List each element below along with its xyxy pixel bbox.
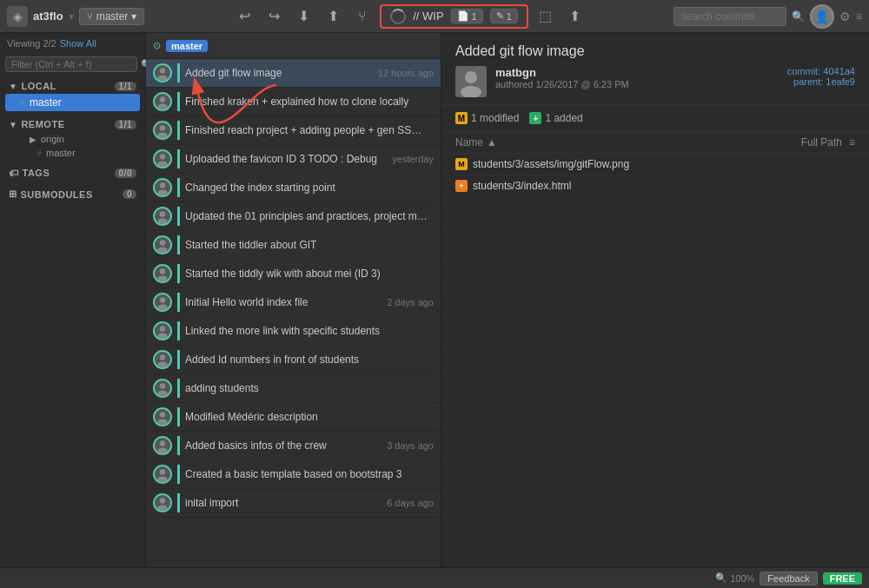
show-all-link[interactable]: Show All xyxy=(60,38,96,49)
remote-section-header[interactable]: ▼ REMOTE 1/1 xyxy=(5,116,140,132)
commit-item-15[interactable]: Created a basic template based on bootst… xyxy=(146,460,441,489)
wip-area[interactable]: // WIP 📄 1 ✎ 1 xyxy=(380,4,528,29)
wip-badge-files: 📄 1 xyxy=(451,9,483,23)
file-icon: 📄 xyxy=(457,10,469,22)
sidebar-viewing: Viewing 2/2 Show All xyxy=(0,33,145,54)
meta-commit-hashes: commit: 4041a4 parent: 1eafe9 xyxy=(787,66,855,87)
app-icon[interactable]: ◈ xyxy=(7,6,28,27)
pull-button[interactable]: ⬇ xyxy=(291,4,315,29)
parent-hash: 1eafe9 xyxy=(826,76,855,87)
detail-title: Added git flow image xyxy=(455,43,855,59)
graph-line-13 xyxy=(177,407,180,426)
commit-avatar-10 xyxy=(153,321,172,340)
commit-avatar-8 xyxy=(153,264,172,283)
commit-time-14: 3 days ago xyxy=(387,440,434,451)
submodules-badge: 0 xyxy=(123,189,136,199)
commit-label: commit: xyxy=(787,66,821,76)
svg-point-1 xyxy=(160,68,166,74)
svg-point-9 xyxy=(160,182,166,188)
commit-msg-9: Initial Hello world index file xyxy=(185,296,381,308)
settings-icon[interactable]: ⚙ xyxy=(839,10,851,23)
commit-item-7[interactable]: Started the tiddler about GIT xyxy=(146,231,441,260)
commit-avatar-15 xyxy=(153,465,172,484)
free-button[interactable]: FREE xyxy=(823,572,862,585)
sidebar-item-master[interactable]: ⑂ master xyxy=(5,94,140,111)
avatar[interactable]: 👤 xyxy=(810,4,834,29)
file-row-2[interactable]: + students/3/index.html xyxy=(441,175,869,197)
tags-section-header[interactable]: 🏷 TAGS 0/0 xyxy=(5,165,140,181)
wip-change-count: 1 xyxy=(507,11,512,22)
fork-button[interactable]: ⑂ xyxy=(350,4,375,29)
commit-item-11[interactable]: Added Id numbers in front of students xyxy=(146,346,441,374)
commit-avatar-14 xyxy=(153,436,172,455)
commit-item-9[interactable]: Initial Hello world index file 2 days ag… xyxy=(146,288,441,317)
repo-name: at3flo xyxy=(33,10,63,23)
commit-item-13[interactable]: Modified Médéric description xyxy=(146,403,441,432)
commit-item-14[interactable]: Added basics infos of the crew 3 days ag… xyxy=(146,432,441,460)
commit-msg-8: Started the tiddly wik with about mei (I… xyxy=(185,268,428,280)
file-row-1[interactable]: M students/3/assets/img/gitFlow.png xyxy=(441,154,869,175)
main-content: Viewing 2/2 Show All 🔍 ▼ LOCAL 1/1 ⑂ mas… xyxy=(0,33,869,567)
commit-item-2[interactable]: Finished kraken + explained how to clone… xyxy=(146,88,441,116)
svg-point-28 xyxy=(157,447,167,453)
more-icon[interactable]: ≡ xyxy=(856,10,862,23)
undo-button[interactable]: ↩ xyxy=(232,4,256,29)
commit-msg-6: Updated the 01 principles and practices,… xyxy=(185,210,428,222)
local-label: LOCAL xyxy=(21,81,56,91)
branch-button[interactable]: ⑂ master ▾ xyxy=(79,8,145,25)
svg-point-10 xyxy=(157,189,167,195)
commit-avatar-2 xyxy=(153,92,172,111)
commit-item-3[interactable]: Finished reach project + adding people +… xyxy=(146,116,441,145)
sidebar-item-origin-master[interactable]: ⑂ master xyxy=(5,146,140,160)
commit-msg-2: Finished kraken + explained how to clone… xyxy=(185,96,428,108)
commit-item-10[interactable]: Linked the more link with specific stude… xyxy=(146,317,441,346)
commit-item-16[interactable]: inital import 6 days ago xyxy=(146,489,441,518)
local-expand-icon: ▼ xyxy=(9,82,17,91)
upload-button[interactable]: ⬆ xyxy=(563,4,587,29)
file-col-name: Name ▲ xyxy=(455,136,801,149)
inbox-button[interactable]: ⬚ xyxy=(534,4,558,29)
feedback-button[interactable]: Feedback xyxy=(760,571,817,585)
svg-point-18 xyxy=(157,304,167,310)
local-section-header[interactable]: ▼ LOCAL 1/1 xyxy=(5,78,140,94)
detail-header: Added git flow image matbgn authored 1/2… xyxy=(441,33,869,105)
redo-button[interactable]: ↪ xyxy=(262,4,286,29)
commit-avatar-6 xyxy=(153,207,172,226)
remote-badge: 1/1 xyxy=(115,120,136,129)
parent-label: parent: xyxy=(793,76,823,87)
svg-point-32 xyxy=(157,505,167,511)
wip-badge-changes: ✎ 1 xyxy=(490,9,518,23)
svg-point-23 xyxy=(160,383,166,389)
svg-point-21 xyxy=(160,354,166,360)
commit-avatar-3 xyxy=(153,121,172,140)
filter-input[interactable] xyxy=(5,56,137,72)
search-icon[interactable]: 🔍 xyxy=(792,10,805,23)
submodules-label: SUBMODULES xyxy=(21,189,93,200)
sort-icon[interactable]: ▲ xyxy=(487,136,497,149)
search-input[interactable] xyxy=(673,7,786,26)
list-view-icon[interactable]: ≡ xyxy=(849,136,855,149)
commit-msg-15: Created a basic template based on bootst… xyxy=(185,468,428,480)
wip-file-count: 1 xyxy=(472,11,477,22)
commit-msg-10: Linked the more link with specific stude… xyxy=(185,325,428,337)
push-button[interactable]: ⬆ xyxy=(321,4,345,29)
author-avatar xyxy=(455,66,487,97)
svg-point-14 xyxy=(157,247,167,253)
tags-icon: 🏷 xyxy=(9,168,19,178)
master-branch-icon: ⑂ xyxy=(19,97,25,108)
svg-point-30 xyxy=(157,476,167,482)
submodules-section-header[interactable]: ⊞ SUBMODULES 0 xyxy=(5,186,140,202)
commit-item-1[interactable]: Added git flow image 12 hours ago xyxy=(146,59,441,88)
commit-item-12[interactable]: adding students xyxy=(146,374,441,403)
commit-list-area: ⊙ master Added git flow image 12 hours xyxy=(146,33,441,567)
commit-item-8[interactable]: Started the tiddly wik with about mei (I… xyxy=(146,260,441,288)
svg-point-16 xyxy=(157,275,167,281)
bottom-bar: 🔍 100% Feedback FREE xyxy=(0,567,869,588)
svg-point-13 xyxy=(160,240,166,246)
commit-item-4[interactable]: Uploaded the favicon ID 3 TODO : Debug y… xyxy=(146,145,441,174)
sidebar-item-origin[interactable]: ▶ origin xyxy=(5,132,140,146)
branch-name: master xyxy=(96,10,129,23)
svg-point-15 xyxy=(160,268,166,274)
commit-item-6[interactable]: Updated the 01 principles and practices,… xyxy=(146,202,441,231)
commit-item-5[interactable]: Changed the index starting point xyxy=(146,174,441,202)
